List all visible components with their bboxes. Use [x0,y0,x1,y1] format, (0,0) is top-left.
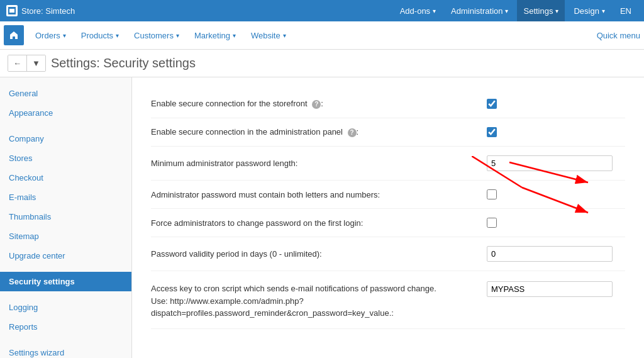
setting-row-access-key: Access key to cron script which sends e-… [151,271,625,329]
setting-row-validity: Password validity period in days (0 - un… [151,237,625,271]
input-access-key[interactable] [487,281,613,297]
setting-label-access-key: Access key to cron script which sends e-… [151,281,487,320]
setting-row-secure-storefront: Enable secure connection for the storefr… [151,90,625,118]
setting-control-validity [487,246,625,262]
top-bar: Store: Simtech Add-ons Administration Se… [0,0,644,21]
setting-control-secure-storefront [487,99,625,109]
back-button-group: ← ▼ [8,55,46,72]
design-menu[interactable]: Design [567,0,611,21]
setting-label-letters-numbers: Administrator password must contain both… [151,190,487,199]
setting-label-secure-storefront: Enable secure connection for the storefr… [151,99,487,109]
setting-row-letters-numbers: Administrator password must contain both… [151,181,625,209]
orders-nav[interactable]: Orders [28,21,74,50]
lang-menu[interactable]: EN [614,0,638,21]
setting-label-secure-admin: Enable secure connection in the administ… [151,127,487,137]
sidebar-item-security[interactable]: Security settings [0,272,131,291]
input-validity[interactable] [487,246,613,262]
administration-menu[interactable]: Administration [445,0,514,21]
setting-row-force-change: Force administrators to change password … [151,209,625,237]
sidebar-item-sitemap[interactable]: Sitemap [0,227,131,246]
sidebar-item-stores[interactable]: Stores [0,148,131,168]
setting-control-access-key [487,281,625,297]
checkbox-secure-storefront[interactable] [487,99,497,109]
setting-control-force-change [487,218,625,228]
setting-control-letters-numbers [487,189,625,199]
sidebar-item-logging[interactable]: Logging [0,298,131,317]
help-icon-storefront[interactable]: ? [312,100,321,109]
page-header: ← ▼ Settings: Security settings [0,50,644,77]
nav-bar: Orders Products Customers Marketing Webs… [0,21,644,50]
setting-label-min-pass: Minimum administrator password length: [151,159,487,168]
setting-control-min-pass [487,155,625,171]
checkbox-force-change[interactable] [487,218,497,228]
setting-control-secure-admin [487,127,625,137]
setting-row-min-pass: Minimum administrator password length: [151,147,625,181]
content-area: Enable secure connection for the storefr… [132,77,644,358]
sidebar: General Appearance Company Stores Checko… [0,77,132,358]
sidebar-item-reports[interactable]: Reports [0,317,131,337]
quick-menu[interactable]: Quick menu [597,31,640,40]
checkbox-letters-numbers[interactable] [487,189,497,199]
store-name: Store: Simtech [21,6,75,16]
top-nav: Add-ons Administration Settings Design E… [394,0,638,21]
checkbox-secure-admin[interactable] [487,127,497,137]
marketing-nav[interactable]: Marketing [187,21,243,50]
sidebar-item-appearance[interactable]: Appearance [0,103,131,123]
setting-label-force-change: Force administrators to change password … [151,218,487,228]
sidebar-item-thumbnails[interactable]: Thumbnails [0,207,131,227]
addons-menu[interactable]: Add-ons [394,0,442,21]
sidebar-item-emails[interactable]: E-mails [0,187,131,207]
store-info: Store: Simtech [6,5,75,16]
page-title: Settings: Security settings [51,56,196,70]
back-button[interactable]: ← [8,55,26,71]
back-dropdown-button[interactable]: ▼ [26,55,45,71]
help-icon-admin[interactable]: ? [348,128,357,137]
website-nav[interactable]: Website [243,21,294,50]
setting-label-validity: Password validity period in days (0 - un… [151,249,487,259]
sidebar-item-checkout[interactable]: Checkout [0,168,131,187]
customers-nav[interactable]: Customers [126,21,187,50]
sidebar-item-upgrade[interactable]: Upgrade center [0,246,131,266]
sidebar-item-company[interactable]: Company [0,129,131,148]
home-button[interactable] [4,25,24,45]
sidebar-item-wizard[interactable]: Settings wizard [0,343,131,358]
settings-menu[interactable]: Settings [517,0,565,21]
main-layout: General Appearance Company Stores Checko… [0,77,644,358]
setting-row-secure-admin: Enable secure connection in the administ… [151,118,625,147]
products-nav[interactable]: Products [74,21,126,50]
store-icon [6,5,18,16]
input-min-pass[interactable] [487,155,613,171]
sidebar-item-general[interactable]: General [0,84,131,103]
